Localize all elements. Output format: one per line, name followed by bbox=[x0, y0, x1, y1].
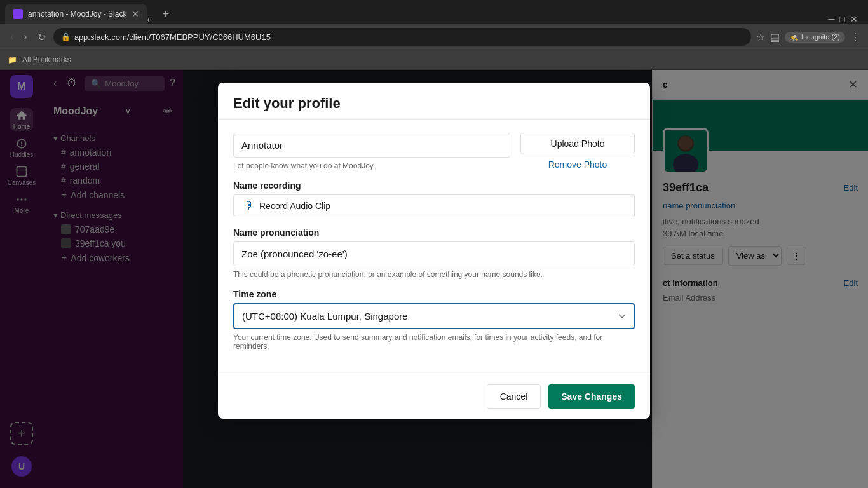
forward-button[interactable]: › bbox=[21, 29, 29, 45]
bookmarks-folder-icon: 📁 bbox=[8, 55, 17, 64]
reload-button[interactable]: ↻ bbox=[35, 29, 48, 46]
incognito-label: Incognito (2) bbox=[801, 33, 840, 41]
dialog-body: Let people know what you do at MoodJoy. … bbox=[218, 120, 650, 374]
browser-tabs: annotation - MoodJoy - Slack ✕ ‹ + ─ □ ✕ bbox=[0, 0, 868, 24]
record-audio-label: Record Audio Clip bbox=[259, 201, 330, 211]
browser-toolbar: ‹ › ↻ 🔒 app.slack.com/client/T067MEBPPUY… bbox=[0, 24, 868, 50]
sidebar-icon[interactable]: ▤ bbox=[770, 31, 780, 43]
incognito-icon: 🕵 bbox=[790, 33, 799, 41]
minimize-button[interactable]: ─ bbox=[829, 14, 835, 24]
maximize-button[interactable]: □ bbox=[840, 14, 845, 24]
url-text: app.slack.com/client/T067MEBPPUY/C066HUM… bbox=[74, 32, 271, 42]
name-recording-group: Name recording 🎙 Record Audio Clip bbox=[233, 180, 635, 217]
svg-point-0 bbox=[15, 11, 21, 17]
top-section: Let people know what you do at MoodJoy. … bbox=[233, 133, 635, 170]
dialog-header: Edit your profile bbox=[218, 83, 650, 120]
incognito-badge: 🕵 Incognito (2) bbox=[785, 32, 845, 43]
edit-profile-dialog: Edit your profile Let people know what y… bbox=[218, 83, 650, 419]
job-title-section: Let people know what you do at MoodJoy. bbox=[233, 133, 510, 170]
job-title-form-group: Let people know what you do at MoodJoy. bbox=[233, 133, 510, 170]
upload-photo-button[interactable]: Upload Photo bbox=[520, 133, 635, 154]
timezone-select[interactable]: (UTC+08:00) Kuala Lumpur, Singapore bbox=[233, 303, 635, 329]
dialog-title: Edit your profile bbox=[233, 95, 635, 112]
tab-title: annotation - MoodJoy - Slack bbox=[28, 10, 126, 18]
back-button[interactable]: ‹ bbox=[8, 29, 16, 45]
page-content: M Home Huddles Canvases More + U ‹ ⏱ bbox=[0, 70, 868, 488]
toolbar-actions: ☆ ▤ 🕵 Incognito (2) ⋮ bbox=[756, 31, 860, 43]
timezone-form-label: Time zone bbox=[233, 289, 635, 299]
record-audio-button[interactable]: 🎙 Record Audio Clip bbox=[233, 194, 635, 217]
job-title-input[interactable] bbox=[233, 133, 510, 158]
save-changes-button[interactable]: Save Changes bbox=[548, 384, 635, 409]
active-tab[interactable]: annotation - MoodJoy - Slack ✕ bbox=[5, 4, 147, 24]
timezone-hint: Your current time zone. Used to send sum… bbox=[233, 333, 635, 351]
name-pronunciation-form-label: Name pronunciation bbox=[233, 227, 635, 238]
new-tab-icon: + bbox=[162, 8, 170, 21]
bookmarks-label: All Bookmarks bbox=[22, 55, 71, 64]
dialog-footer: Cancel Save Changes bbox=[218, 374, 650, 419]
timezone-group: Time zone (UTC+08:00) Kuala Lumpur, Sing… bbox=[233, 289, 635, 351]
tab-chevron: ‹ bbox=[147, 15, 149, 24]
menu-icon[interactable]: ⋮ bbox=[850, 31, 860, 43]
lock-icon: 🔒 bbox=[61, 32, 71, 41]
bookmarks-bar: 📁 All Bookmarks bbox=[0, 50, 868, 69]
cancel-button[interactable]: Cancel bbox=[487, 384, 541, 409]
name-pronunciation-input[interactable] bbox=[233, 241, 635, 266]
photo-section: Upload Photo Remove Photo bbox=[520, 133, 635, 170]
star-icon[interactable]: ☆ bbox=[756, 31, 765, 43]
job-title-hint: Let people know what you do at MoodJoy. bbox=[233, 161, 510, 170]
close-window-button[interactable]: ✕ bbox=[850, 14, 858, 24]
dialog-overlay: Edit your profile Let people know what y… bbox=[0, 70, 868, 488]
new-tab-button[interactable]: + bbox=[154, 4, 177, 24]
name-pronunciation-group: Name pronunciation This could be a phone… bbox=[233, 227, 635, 279]
name-recording-label: Name recording bbox=[233, 180, 635, 191]
remove-photo-link[interactable]: Remove Photo bbox=[548, 159, 607, 170]
mic-icon: 🎙 bbox=[244, 200, 254, 212]
tab-favicon bbox=[13, 9, 23, 19]
tab-close-button[interactable]: ✕ bbox=[132, 9, 139, 19]
name-pronunciation-hint: This could be a phonetic pronunciation, … bbox=[233, 270, 635, 279]
address-bar[interactable]: 🔒 app.slack.com/client/T067MEBPPUY/C066H… bbox=[53, 28, 751, 46]
